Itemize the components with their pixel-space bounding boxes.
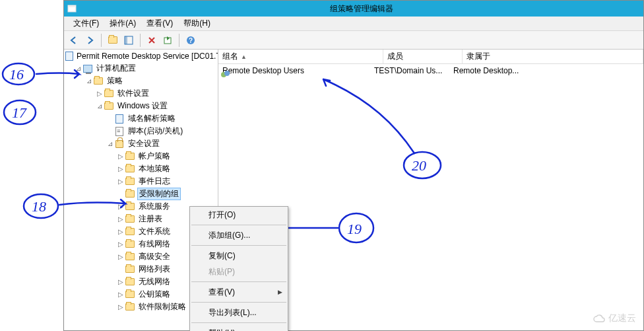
show-hide-tree-button[interactable] [121,33,136,48]
toolbar-separator [140,34,141,47]
menubar: 文件(F) 操作(A) 查看(V) 帮助(H) [64,17,643,31]
content-area: Permit Remote Desktop Service [DC01.TES … [64,50,643,330]
toolbar: ? [64,31,643,50]
tree-event-log[interactable]: ▷事件日志 [64,175,218,188]
folder-icon [125,252,135,262]
cm-separator [191,281,286,282]
folder-icon [93,76,104,87]
policy-doc-icon [65,51,73,61]
menu-file[interactable]: 文件(F) [68,17,104,30]
twisty-closed-icon[interactable]: ▷ [117,228,125,235]
twisty-open-icon[interactable]: ⊿ [75,65,82,72]
tree-name-resolution-policy[interactable]: 域名解析策略 [64,112,218,125]
twisty-closed-icon[interactable]: ▷ [117,303,125,311]
twisty-open-icon[interactable]: ⊿ [106,140,114,147]
col-group-name[interactable]: 组名▲ [218,50,383,63]
cloud-icon [593,314,606,323]
folder-icon [125,164,135,174]
col-members[interactable]: 成员 [383,50,463,63]
tree-software-settings[interactable]: ▷软件设置 [64,87,218,100]
svg-text:?: ? [189,37,193,44]
up-folder-icon [108,36,117,44]
window-title: 组策略管理编辑器 [80,3,643,15]
twisty-closed-icon[interactable]: ▷ [117,240,125,248]
cm-export-list[interactable]: 导出列表(L)... [190,305,288,320]
tree-windows-settings[interactable]: ⊿Windows 设置 [64,100,218,112]
svg-rect-1 [68,5,76,7]
folder-icon [125,302,135,313]
gpme-window: 组策略管理编辑器 文件(F) 操作(A) 查看(V) 帮助(H) ? Permi… [63,0,644,331]
forward-button[interactable] [82,33,97,48]
tree-root[interactable]: Permit Remote Desktop Service [DC01.TES … [64,50,218,62]
col-member-of-label: 隶属于 [467,51,490,62]
list-row[interactable]: Remote Desktop Users TEST\Domain Us... R… [218,64,643,77]
twisty-open-icon[interactable]: ⊿ [96,102,104,110]
twisty-closed-icon[interactable]: ▷ [117,291,125,298]
twisty-closed-icon[interactable]: ▷ [117,215,125,223]
cm-separator [191,302,286,303]
folder-icon [125,289,135,300]
col-members-label: 成员 [387,51,403,62]
svg-point-9 [24,194,58,218]
cm-help[interactable]: 帮助(H) [190,325,288,331]
twisty-closed-icon[interactable]: ▷ [117,153,125,160]
toolbar-separator [101,34,102,47]
cm-view[interactable]: 查看(V) [190,284,288,300]
svg-point-8 [4,100,36,124]
tree-local-policies[interactable]: ▷本地策略 [64,163,218,175]
col-member-of[interactable]: 隶属于 [463,50,643,63]
annot-17: 17 [12,104,27,121]
lock-icon [114,139,125,149]
cm-open[interactable]: 打开(O) [190,207,288,223]
twisty-closed-icon[interactable]: ▷ [117,203,125,210]
titlebar: 组策略管理编辑器 [64,1,643,17]
folder-icon [125,202,135,212]
doc-icon [114,114,125,124]
menu-action[interactable]: 操作(A) [104,17,141,30]
watermark-text: 亿速云 [608,313,636,324]
cell-members: TEST\Domain Us... [373,66,452,75]
folder-icon [125,151,135,162]
folder-icon [125,239,135,250]
tree-computer-config[interactable]: ⊿计算机配置 [64,62,218,75]
twisty-closed-icon[interactable]: ▷ [117,165,125,172]
folder-icon [125,277,135,287]
cm-separator [191,225,286,225]
toolbar-separator [179,34,179,47]
cm-paste: 粘贴(P) [190,264,288,279]
tree-security-settings[interactable]: ⊿安全设置 [64,137,218,150]
cm-add-group[interactable]: 添加组(G)... [190,227,288,243]
folder-icon [125,176,135,187]
twisty-closed-icon[interactable]: ▷ [96,90,104,97]
script-icon [114,126,125,137]
folder-icon [104,89,114,99]
cell-group-name: Remote Desktop Users [221,66,373,75]
cm-copy[interactable]: 复制(C) [190,248,288,264]
cm-separator [191,245,286,246]
sort-asc-icon: ▲ [241,54,247,60]
menu-view[interactable]: 查看(V) [141,17,178,30]
svg-point-7 [3,63,34,85]
tree-scripts[interactable]: 脚本(启动/关机) [64,125,218,137]
cell-member-of: Remote Desktop... [452,66,643,75]
tree-restricted-groups[interactable]: 受限制的组 [64,188,218,200]
help-button[interactable]: ? [183,33,198,48]
col-group-name-label: 组名 [222,51,238,62]
up-folder-button[interactable] [106,33,120,48]
watermark: 亿速云 [593,313,636,324]
app-icon [64,4,80,13]
delete-button[interactable] [145,33,159,48]
tree-policies[interactable]: ⊿策略 [64,75,218,87]
folder-icon [125,214,135,225]
twisty-closed-icon[interactable]: ▷ [117,178,125,185]
context-menu: 打开(O) 添加组(G)... 复制(C) 粘贴(P) 查看(V) 导出列表(L… [189,206,288,331]
twisty-closed-icon[interactable]: ▷ [117,278,125,285]
tree-account-policies[interactable]: ▷帐户策略 [64,150,218,163]
menu-help[interactable]: 帮助(H) [178,17,216,30]
export-button[interactable] [160,33,175,48]
back-button[interactable] [67,33,81,48]
folder-icon [104,101,114,112]
annot-16: 16 [9,66,24,83]
twisty-open-icon[interactable]: ⊿ [85,77,93,85]
twisty-closed-icon[interactable]: ▷ [117,253,125,260]
